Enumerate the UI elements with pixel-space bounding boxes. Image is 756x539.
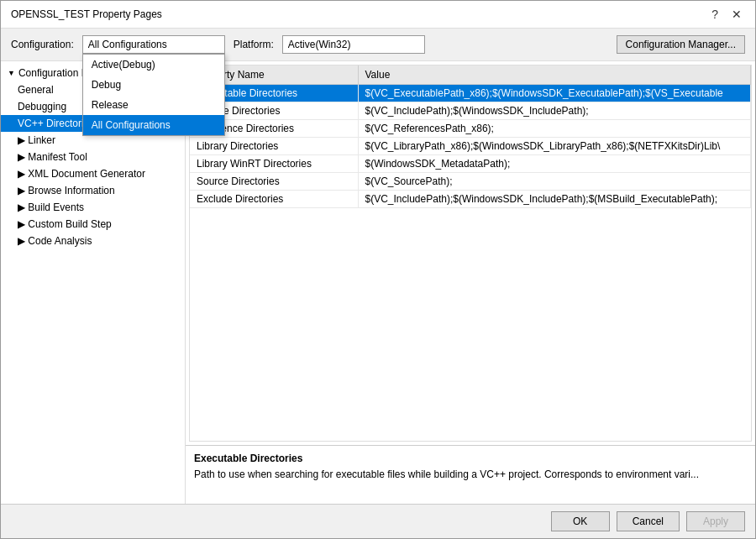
description-title: Executable Directories (194, 453, 747, 464)
sidebar-item-label: General (18, 84, 54, 96)
cancel-button[interactable]: Cancel (617, 511, 680, 531)
sidebar-item-browse-info[interactable]: ▶ Browse Information (1, 182, 185, 199)
title-bar: OPENSSL_TEST Property Pages ? ✕ (1, 1, 755, 29)
window-title: OPENSSL_TEST Property Pages (11, 8, 162, 20)
configuration-dropdown-popup: Active(Debug) Debug Release All Configur… (82, 54, 225, 136)
dropdown-option-all-configurations[interactable]: All Configurations (83, 115, 224, 135)
table-cell-name: Exclude Directories (190, 191, 358, 208)
description-text: Path to use when searching for executabl… (194, 468, 747, 482)
config-manager-button[interactable]: Configuration Manager... (617, 35, 745, 54)
description-panel: Executable Directories Path to use when … (186, 445, 755, 504)
close-button[interactable]: ✕ (728, 8, 745, 21)
right-panel: Property Name Value Executable Directori… (186, 61, 755, 504)
table-row[interactable]: Include Directories$(VC_IncludePath);$(W… (190, 102, 751, 120)
table-row[interactable]: Exclude Directories$(VC_IncludePath);$(W… (190, 191, 751, 208)
arrow-icon-custom: ▶ (18, 218, 28, 230)
configuration-label: Configuration: (11, 39, 74, 50)
sidebar-item-build-events[interactable]: ▶ Build Events (1, 199, 185, 216)
dropdown-option-release[interactable]: Release (83, 95, 224, 115)
table-cell-value: $(VC_ExecutablePath_x86);$(WindowsSDK_Ex… (358, 85, 751, 102)
help-button[interactable]: ? (708, 8, 722, 21)
property-pages-window: OPENSSL_TEST Property Pages ? ✕ Configur… (0, 0, 756, 539)
table-row[interactable]: Reference Directories$(VC_ReferencesPath… (190, 120, 751, 138)
properties-table: Property Name Value Executable Directori… (189, 65, 752, 442)
platform-dropdown[interactable]: Active(Win32) Win32 x64 (282, 35, 425, 54)
config-row: Configuration: All Configurations Active… (1, 29, 755, 61)
arrow-icon-manifest: ▶ (18, 151, 28, 163)
title-bar-controls: ? ✕ (708, 8, 745, 21)
ok-button[interactable]: OK (551, 511, 610, 531)
arrow-icon-xml: ▶ (18, 168, 28, 180)
sidebar-item-label: ▶ XML Document Generator (18, 168, 145, 180)
sidebar-item-label: ▶ Browse Information (18, 185, 115, 196)
arrow-icon-browse: ▶ (18, 185, 28, 196)
table-row[interactable]: Executable Directories$(VC_ExecutablePat… (190, 85, 751, 102)
table-cell-value: $(VC_IncludePath);$(WindowsSDK_IncludePa… (358, 191, 751, 208)
table-cell-value: $(WindowsSDK_MetadataPath); (358, 155, 751, 173)
configuration-dropdown-wrapper: All Configurations Active(Debug) Debug R… (82, 35, 225, 54)
table-cell-value: $(VC_LibraryPath_x86);$(WindowsSDK_Libra… (358, 138, 751, 155)
table-cell-value: $(VC_ReferencesPath_x86); (358, 120, 751, 138)
table-row[interactable]: Source Directories$(VC_SourcePath); (190, 173, 751, 191)
table-row[interactable]: Library WinRT Directories$(WindowsSDK_Me… (190, 155, 751, 173)
sidebar-item-label: ▶ Code Analysis (18, 235, 92, 247)
sidebar-item-label: ▶ Linker (18, 134, 55, 146)
sidebar-item-label: ▶ Custom Build Step (18, 218, 112, 230)
configuration-dropdown[interactable]: All Configurations Active(Debug) Debug R… (82, 35, 225, 54)
sidebar-item-manifest-tool[interactable]: ▶ Manifest Tool (1, 149, 185, 165)
arrow-icon-config-props: ▼ (8, 69, 15, 77)
arrow-icon-code: ▶ (18, 235, 28, 247)
dropdown-option-debug[interactable]: Debug (83, 75, 224, 95)
platform-dropdown-wrapper: Active(Win32) Win32 x64 (282, 35, 425, 54)
dropdown-option-active-debug[interactable]: Active(Debug) (83, 55, 224, 75)
footer: OK Cancel Apply (1, 504, 755, 538)
arrow-icon-linker: ▶ (18, 134, 28, 146)
table-cell-name: Library WinRT Directories (190, 155, 358, 173)
column-header-value: Value (358, 65, 751, 85)
sidebar-item-label: Debugging (18, 101, 66, 113)
sidebar-item-custom-build-step[interactable]: ▶ Custom Build Step (1, 216, 185, 233)
sidebar-item-code-analysis[interactable]: ▶ Code Analysis (1, 233, 185, 249)
sidebar-item-label: ▶ Manifest Tool (18, 151, 87, 163)
apply-button[interactable]: Apply (686, 511, 745, 531)
table-cell-value: $(VC_SourcePath); (358, 173, 751, 191)
directories-table: Property Name Value Executable Directori… (190, 65, 751, 208)
config-row-inner: Configuration: All Configurations Active… (11, 35, 745, 54)
sidebar-item-xml-document[interactable]: ▶ XML Document Generator (1, 165, 185, 182)
table-cell-value: $(VC_IncludePath);$(WindowsSDK_IncludePa… (358, 102, 751, 120)
table-cell-name: Library Directories (190, 138, 358, 155)
table-row[interactable]: Library Directories$(VC_LibraryPath_x86)… (190, 138, 751, 155)
table-cell-name: Source Directories (190, 173, 358, 191)
sidebar-item-label: ▶ Build Events (18, 201, 84, 213)
platform-label: Platform: (234, 39, 274, 50)
arrow-icon-build: ▶ (18, 201, 28, 213)
